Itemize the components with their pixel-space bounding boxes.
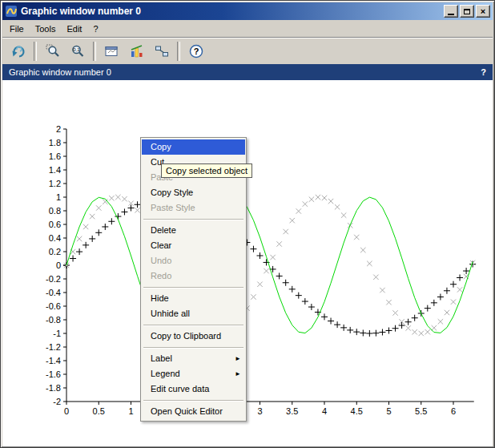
window-title: Graphic window number 0 [21,6,141,17]
y-tick-label: -1.4 [46,356,61,365]
submenu-arrow-icon: ► [235,366,241,381]
help-button[interactable]: ? [185,40,207,62]
x-tick-label: 0 [64,406,69,416]
x-axis: 00.511.522.533.544.555.56 [64,402,474,416]
figure-canvas: 00.511.522.533.544.555.5621.81.61.41.210… [2,80,493,446]
rotate-icon [10,43,26,59]
menubar-item-file[interactable]: File [4,22,30,36]
y-tick-label: 0.6 [49,220,61,229]
context-menu-item-copy-to-clipboard[interactable]: Copy to Clipboard [142,329,245,344]
toolbar-separator [93,42,96,61]
node-graph-button[interactable] [151,40,172,62]
context-menu-item-unhide-all[interactable]: Unhide all [142,306,245,321]
zoom-area-button[interactable] [42,40,63,62]
chart-editor-button[interactable] [126,40,147,62]
plot-canvas[interactable]: 00.511.522.533.544.555.5621.81.61.41.210… [2,80,493,446]
context-menu-item-copy[interactable]: Copy [142,139,245,155]
y-tick-label: 1.8 [49,138,61,147]
figure-options-icon [104,43,120,59]
menu-separator [143,287,243,288]
y-tick-label: -1 [53,329,61,338]
y-tick-label: 1 [56,192,61,202]
titlebar[interactable]: Graphic window number 0 × [2,2,493,20]
y-tick-label: 0 [56,260,61,270]
y-tick-label: -1.6 [46,369,61,379]
x-tick-label: 5 [386,406,391,416]
x-tick-label: 6 [451,406,456,416]
x-tick-label: 4.5 [351,406,363,416]
node-graph-icon [154,43,170,59]
context-menu-item-clear[interactable]: Clear [142,238,245,253]
svg-text:0,1: 0,1 [73,47,80,52]
context-menu-item-delete[interactable]: Delete [142,223,245,238]
y-tick-label: -2 [53,397,61,406]
context-menu-item-hide[interactable]: Hide [142,291,245,306]
menubar: FileToolsEdit? [2,20,493,37]
context-menu-item-copy-style[interactable]: Copy Style [142,185,245,200]
tooltip: Copy selected object [161,163,252,178]
figure-dock-titlebar: Graphic window number 0 ? [2,64,493,80]
dock-title: Graphic window number 0 [9,67,111,77]
close-button[interactable]: × [476,5,490,18]
green-line-series [66,197,473,333]
app-icon [5,5,18,18]
maximize-button[interactable] [460,5,474,18]
x-tick-label: 1 [128,406,133,416]
y-tick-label: -1.2 [46,342,61,352]
menu-separator [143,325,243,325]
context-menu-item-open-quick-editor[interactable]: Open Quick Editor [142,404,245,419]
toolbar: 0,1 [2,37,493,64]
context-menu-item-legend[interactable]: Legend► [142,366,245,381]
y-tick-label: -0.6 [46,301,61,311]
menu-separator [143,219,243,220]
figure-options-button[interactable] [101,40,123,62]
menubar-item-edit[interactable]: Edit [61,22,87,36]
dock-help-button[interactable]: ? [481,67,486,77]
y-tick-label: -0.2 [46,274,61,284]
zoom-area-icon [45,43,61,59]
context-menu-item-redo: Redo [142,268,245,284]
help-icon: ? [188,43,204,59]
black-plus-series [63,194,476,337]
menubar-item-tools[interactable]: Tools [30,22,62,36]
graphic-window: Graphic window number 0 × FileToolsEdit? [0,0,495,448]
y-tick-label: -1.8 [46,383,61,393]
y-tick-label: 0.2 [49,247,61,256]
toolbar-separator [177,42,180,61]
chart-editor-icon [129,43,145,59]
svg-text:?: ? [193,46,199,56]
x-tick-label: 4 [322,406,327,416]
maximize-icon [464,9,470,14]
original-view-icon: 0,1 [70,43,86,59]
menu-separator [143,347,243,348]
menu-separator [143,400,243,401]
context-menu-item-undo: Undo [142,253,245,268]
y-tick-label: 0.4 [49,233,61,243]
y-tick-label: -0.4 [46,288,61,297]
context-menu-item-edit-curve-data[interactable]: Edit curve data [142,381,245,397]
x-tick-label: 3.5 [286,406,298,416]
gray-x-series [64,195,476,336]
context-menu: CopyCutPasteCopy StylePaste StyleDeleteC… [140,137,247,422]
y-tick-label: 1.2 [49,179,61,188]
y-tick-label: 0.8 [49,206,61,216]
y-tick-label: 2 [56,124,61,134]
minimize-button[interactable] [444,5,458,18]
submenu-arrow-icon: ► [235,351,241,366]
y-tick-label: -0.8 [46,315,61,325]
context-menu-item-label[interactable]: Label► [142,351,245,366]
rotate-button[interactable] [7,40,29,62]
context-menu-item-paste-style: Paste Style [142,200,245,216]
x-tick-label: 5.5 [415,406,427,416]
minimize-icon [448,14,454,15]
original-view-button[interactable]: 0,1 [66,40,88,62]
x-tick-label: 3 [257,406,262,416]
y-tick-label: 1.6 [49,151,61,161]
close-icon: × [481,7,485,15]
toolbar-separator [34,42,37,61]
x-tick-label: 0.5 [93,406,105,416]
menubar-item-[interactable]: ? [87,22,103,36]
y-tick-label: 1.4 [49,165,61,175]
